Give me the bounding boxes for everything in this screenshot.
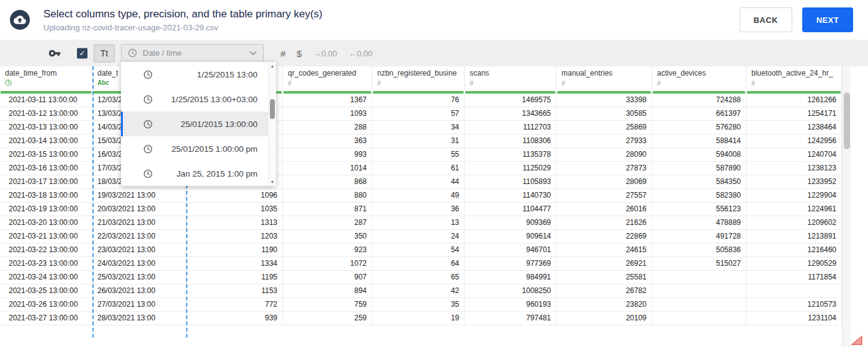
table-cell[interactable] (652, 298, 746, 312)
table-cell[interactable]: 587890 (652, 162, 746, 175)
table-cell[interactable]: 22869 (557, 230, 652, 244)
table-cell[interactable]: 2021-03-23 13:00:00 (0, 257, 92, 271)
table-cell[interactable]: 909369 (465, 216, 557, 230)
table-cell[interactable]: 33398 (557, 94, 652, 107)
table-cell[interactable]: 993 (283, 148, 372, 162)
table-cell[interactable]: 1112703 (465, 121, 557, 134)
table-cell[interactable]: 1140730 (465, 189, 557, 203)
table-cell[interactable]: 1261266 (746, 94, 842, 107)
table-cell[interactable]: 61 (372, 162, 465, 175)
table-cell[interactable]: 588414 (652, 134, 746, 148)
date-format-option[interactable]: Jan 25, 2015 1:00 pm (121, 161, 276, 186)
table-cell[interactable]: 21626 (557, 216, 652, 230)
table-cell[interactable]: 724288 (652, 94, 746, 107)
table-cell[interactable]: 26782 (557, 284, 652, 298)
table-cell[interactable]: 582380 (652, 189, 746, 203)
table-cell[interactable]: 2021-03-17 13:00:00 (0, 175, 92, 189)
table-cell[interactable]: 1238464 (746, 121, 842, 134)
table-cell[interactable]: 871 (283, 203, 372, 216)
table-cell[interactable]: 1014 (283, 162, 372, 175)
table-cell[interactable]: 26016 (557, 203, 652, 216)
table-cell[interactable]: 20/03/2021 13:00 (92, 203, 186, 216)
table-cell[interactable]: 1171854 (746, 271, 842, 284)
table-cell[interactable]: 1238123 (746, 162, 842, 175)
table-cell[interactable]: 1334 (186, 257, 283, 271)
table-cell[interactable]: 1367 (283, 94, 372, 107)
table-cell[interactable]: 25869 (557, 121, 652, 134)
increase-precision-button[interactable]: →0.00 (313, 48, 337, 58)
scroll-down-icon[interactable]: ▼ (269, 180, 276, 184)
table-cell[interactable]: 25581 (557, 271, 652, 284)
table-cell[interactable]: 1224961 (746, 203, 842, 216)
table-cell[interactable]: 30585 (557, 107, 652, 121)
menu-scrollbar[interactable]: ▲ ▼ (268, 62, 276, 186)
table-cell[interactable]: 76 (372, 94, 465, 107)
back-button[interactable]: BACK (740, 7, 792, 32)
table-cell[interactable]: 23/03/2021 13:00 (92, 244, 186, 257)
primary-key-icon[interactable] (48, 46, 61, 59)
table-cell[interactable]: 984991 (465, 271, 557, 284)
column-header-nzbn_registered_busine[interactable]: nzbn_registered_busine# (372, 66, 465, 94)
table-cell[interactable]: 1216460 (746, 244, 842, 257)
table-cell[interactable]: 772 (186, 298, 283, 312)
table-cell[interactable]: 1240704 (746, 148, 842, 162)
table-cell[interactable]: 1229904 (746, 189, 842, 203)
table-cell[interactable]: 44 (372, 175, 465, 189)
table-cell[interactable]: 31 (372, 134, 465, 148)
table-cell[interactable]: 1104477 (465, 203, 557, 216)
table-cell[interactable]: 1108306 (465, 134, 557, 148)
table-cell[interactable]: 57 (372, 107, 465, 121)
table-cell[interactable]: 26921 (557, 257, 652, 271)
table-cell[interactable]: 1210573 (746, 298, 842, 312)
scroll-up-icon[interactable]: ▲ (269, 64, 276, 68)
table-cell[interactable]: 594008 (652, 148, 746, 162)
table-cell[interactable]: 1125029 (465, 162, 557, 175)
table-cell[interactable]: 1096 (186, 189, 283, 203)
table-cell[interactable]: 2021-03-25 13:00:00 (0, 284, 92, 298)
menu-scroll-thumb[interactable] (270, 99, 275, 119)
table-cell[interactable]: 1242956 (746, 134, 842, 148)
table-cell[interactable]: 1290529 (746, 257, 842, 271)
date-format-option[interactable]: 25/01/2015 1:00:00 pm (121, 136, 276, 161)
table-cell[interactable]: 1190 (186, 244, 283, 257)
table-cell[interactable]: 1008250 (465, 284, 557, 298)
table-cell[interactable]: 868 (283, 175, 372, 189)
table-cell[interactable]: 2021-03-12 13:00:00 (0, 107, 92, 121)
column-enabled-checkbox[interactable]: ✓ (77, 48, 87, 58)
table-cell[interactable]: 19 (372, 312, 465, 325)
table-cell[interactable]: 21/03/2021 13:00 (92, 216, 186, 230)
table-cell[interactable]: 27933 (557, 134, 652, 148)
table-cell[interactable]: 946701 (465, 244, 557, 257)
table-cell[interactable]: 1203 (186, 230, 283, 244)
table-cell[interactable]: 2021-03-27 13:00:00 (0, 312, 92, 325)
table-cell[interactable]: 54 (372, 244, 465, 257)
table-cell[interactable]: 22/03/2021 13:00 (92, 230, 186, 244)
table-cell[interactable]: 24 (372, 230, 465, 244)
table-cell[interactable]: 2021-03-26 13:00:00 (0, 298, 92, 312)
table-cell[interactable]: 759 (283, 298, 372, 312)
table-cell[interactable]: 1213891 (746, 230, 842, 244)
table-cell[interactable]: 2021-03-20 13:00:00 (0, 216, 92, 230)
table-cell[interactable]: 1093 (283, 107, 372, 121)
table-cell[interactable]: 2021-03-16 13:00:00 (0, 162, 92, 175)
table-cell[interactable]: 576280 (652, 121, 746, 134)
column-header-active_devices[interactable]: active_devices# (652, 66, 746, 94)
table-cell[interactable]: 350 (283, 230, 372, 244)
table-cell[interactable]: 1231104 (746, 312, 842, 325)
table-cell[interactable] (746, 284, 842, 298)
table-cell[interactable]: 491728 (652, 230, 746, 244)
table-cell[interactable]: 28/03/2021 13:00 (92, 312, 186, 325)
table-cell[interactable]: 28069 (557, 175, 652, 189)
table-cell[interactable]: 960193 (465, 298, 557, 312)
number-type-button[interactable]: # (280, 48, 285, 58)
table-cell[interactable]: 515027 (652, 257, 746, 271)
table-cell[interactable]: 1469575 (465, 94, 557, 107)
table-cell[interactable]: 478889 (652, 216, 746, 230)
column-header-date_time_from[interactable]: date_time_from (0, 66, 92, 94)
table-cell[interactable]: 2021-03-13 13:00:00 (0, 121, 92, 134)
table-cell[interactable]: 27/03/2021 13:00 (92, 298, 186, 312)
table-cell[interactable]: 363 (283, 134, 372, 148)
table-cell[interactable]: 1105893 (465, 175, 557, 189)
table-cell[interactable] (652, 271, 746, 284)
table-cell[interactable]: 1135378 (465, 148, 557, 162)
